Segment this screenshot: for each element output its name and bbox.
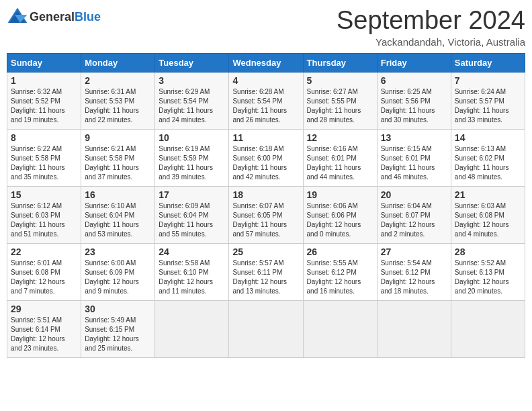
calendar-day-cell: 5Sunrise: 6:27 AMSunset: 5:55 PMDaylight… xyxy=(303,72,377,129)
calendar-day-cell xyxy=(451,300,525,357)
calendar-day-cell: 1Sunrise: 6:32 AMSunset: 5:52 PMDaylight… xyxy=(7,72,81,129)
calendar-week-row: 8Sunrise: 6:22 AMSunset: 5:58 PMDaylight… xyxy=(7,129,525,186)
calendar-week-row: 15Sunrise: 6:12 AMSunset: 6:03 PMDayligh… xyxy=(7,186,525,243)
logo-icon xyxy=(7,7,28,26)
calendar-day-cell: 12Sunrise: 6:16 AMSunset: 6:01 PMDayligh… xyxy=(303,129,377,186)
day-info: Sunrise: 6:09 AMSunset: 6:04 PMDaylight:… xyxy=(159,202,213,238)
day-number: 6 xyxy=(381,75,447,86)
day-info: Sunrise: 6:21 AMSunset: 5:58 PMDaylight:… xyxy=(85,145,139,181)
day-info: Sunrise: 6:06 AMSunset: 6:06 PMDaylight:… xyxy=(307,202,361,238)
calendar-day-cell: 30Sunrise: 5:49 AMSunset: 6:15 PMDayligh… xyxy=(81,300,155,357)
day-number: 13 xyxy=(381,132,447,143)
calendar-week-row: 29Sunrise: 5:51 AMSunset: 6:14 PMDayligh… xyxy=(7,300,525,357)
day-number: 22 xyxy=(11,246,77,257)
day-info: Sunrise: 5:52 AMSunset: 6:13 PMDaylight:… xyxy=(455,259,509,295)
day-info: Sunrise: 6:01 AMSunset: 6:08 PMDaylight:… xyxy=(11,259,65,295)
calendar-day-cell: 29Sunrise: 5:51 AMSunset: 6:14 PMDayligh… xyxy=(7,300,81,357)
day-number: 30 xyxy=(85,304,151,314)
calendar-day-cell: 21Sunrise: 6:03 AMSunset: 6:08 PMDayligh… xyxy=(451,186,525,243)
day-info: Sunrise: 5:55 AMSunset: 6:12 PMDaylight:… xyxy=(307,259,361,295)
calendar-day-cell: 26Sunrise: 5:55 AMSunset: 6:12 PMDayligh… xyxy=(303,243,377,300)
calendar-day-cell: 11Sunrise: 6:18 AMSunset: 6:00 PMDayligh… xyxy=(229,129,303,186)
day-number: 20 xyxy=(381,189,447,200)
day-info: Sunrise: 6:00 AMSunset: 6:09 PMDaylight:… xyxy=(85,259,139,295)
day-info: Sunrise: 6:18 AMSunset: 6:00 PMDaylight:… xyxy=(232,145,287,181)
day-number: 1 xyxy=(11,75,77,86)
day-of-week-header: Monday xyxy=(81,53,155,72)
day-info: Sunrise: 6:29 AMSunset: 5:54 PMDaylight:… xyxy=(159,88,213,124)
calendar-day-cell xyxy=(377,300,451,357)
calendar-day-cell: 17Sunrise: 6:09 AMSunset: 6:04 PMDayligh… xyxy=(155,186,229,243)
day-info: Sunrise: 6:28 AMSunset: 5:54 PMDaylight:… xyxy=(232,88,287,124)
day-info: Sunrise: 5:58 AMSunset: 6:10 PMDaylight:… xyxy=(159,259,213,295)
day-info: Sunrise: 6:24 AMSunset: 5:57 PMDaylight:… xyxy=(455,88,509,124)
day-number: 14 xyxy=(455,132,521,143)
calendar-day-cell: 16Sunrise: 6:10 AMSunset: 6:04 PMDayligh… xyxy=(81,186,155,243)
day-number: 10 xyxy=(159,132,225,143)
calendar-day-cell: 23Sunrise: 6:00 AMSunset: 6:09 PMDayligh… xyxy=(81,243,155,300)
calendar-day-cell: 2Sunrise: 6:31 AMSunset: 5:53 PMDaylight… xyxy=(81,72,155,129)
day-number: 12 xyxy=(307,132,373,143)
day-number: 21 xyxy=(455,189,521,200)
calendar-day-cell: 24Sunrise: 5:58 AMSunset: 6:10 PMDayligh… xyxy=(155,243,229,300)
day-info: Sunrise: 6:03 AMSunset: 6:08 PMDaylight:… xyxy=(455,202,509,238)
calendar-week-row: 22Sunrise: 6:01 AMSunset: 6:08 PMDayligh… xyxy=(7,243,525,300)
day-info: Sunrise: 5:54 AMSunset: 6:12 PMDaylight:… xyxy=(381,259,435,295)
day-of-week-header: Thursday xyxy=(303,53,377,72)
day-info: Sunrise: 6:22 AMSunset: 5:58 PMDaylight:… xyxy=(11,145,65,181)
logo-blue: Blue xyxy=(75,10,101,24)
day-info: Sunrise: 6:15 AMSunset: 6:01 PMDaylight:… xyxy=(381,145,435,181)
day-number: 23 xyxy=(85,246,151,257)
calendar-day-cell: 20Sunrise: 6:04 AMSunset: 6:07 PMDayligh… xyxy=(377,186,451,243)
calendar-day-cell xyxy=(303,300,377,357)
day-number: 24 xyxy=(159,246,225,257)
calendar-day-cell: 10Sunrise: 6:19 AMSunset: 5:59 PMDayligh… xyxy=(155,129,229,186)
calendar-day-cell: 15Sunrise: 6:12 AMSunset: 6:03 PMDayligh… xyxy=(7,186,81,243)
day-info: Sunrise: 6:19 AMSunset: 5:59 PMDaylight:… xyxy=(159,145,213,181)
day-info: Sunrise: 5:51 AMSunset: 6:14 PMDaylight:… xyxy=(11,316,65,352)
day-of-week-header: Wednesday xyxy=(229,53,303,72)
day-number: 15 xyxy=(11,189,77,200)
logo-text: GeneralBlue xyxy=(30,10,101,24)
calendar-day-cell: 8Sunrise: 6:22 AMSunset: 5:58 PMDaylight… xyxy=(7,129,81,186)
day-of-week-header: Friday xyxy=(377,53,451,72)
day-info: Sunrise: 6:10 AMSunset: 6:04 PMDaylight:… xyxy=(85,202,139,238)
calendar-header-row: SundayMondayTuesdayWednesdayThursdayFrid… xyxy=(7,53,525,72)
day-info: Sunrise: 6:13 AMSunset: 6:02 PMDaylight:… xyxy=(455,145,509,181)
day-number: 4 xyxy=(232,75,299,86)
logo: GeneralBlue xyxy=(7,7,101,27)
day-info: Sunrise: 6:27 AMSunset: 5:55 PMDaylight:… xyxy=(307,88,361,124)
day-number: 18 xyxy=(232,189,299,200)
day-info: Sunrise: 6:07 AMSunset: 6:05 PMDaylight:… xyxy=(232,202,287,238)
day-number: 3 xyxy=(159,75,225,86)
day-number: 28 xyxy=(455,246,521,257)
day-info: Sunrise: 6:04 AMSunset: 6:07 PMDaylight:… xyxy=(381,202,435,238)
calendar-table: SundayMondayTuesdayWednesdayThursdayFrid… xyxy=(7,53,525,358)
day-number: 2 xyxy=(85,75,151,86)
calendar-day-cell xyxy=(229,300,303,357)
day-number: 16 xyxy=(85,189,151,200)
calendar-day-cell xyxy=(155,300,229,357)
logo-general: General xyxy=(30,10,75,24)
day-number: 27 xyxy=(381,246,447,257)
day-number: 8 xyxy=(11,132,77,143)
day-number: 25 xyxy=(232,246,299,257)
day-of-week-header: Saturday xyxy=(451,53,525,72)
day-number: 11 xyxy=(232,132,299,143)
calendar-day-cell: 28Sunrise: 5:52 AMSunset: 6:13 PMDayligh… xyxy=(451,243,525,300)
calendar-week-row: 1Sunrise: 6:32 AMSunset: 5:52 PMDaylight… xyxy=(7,72,525,129)
calendar-day-cell: 3Sunrise: 6:29 AMSunset: 5:54 PMDaylight… xyxy=(155,72,229,129)
calendar-day-cell: 7Sunrise: 6:24 AMSunset: 5:57 PMDaylight… xyxy=(451,72,525,129)
day-of-week-header: Tuesday xyxy=(155,53,229,72)
day-info: Sunrise: 5:57 AMSunset: 6:11 PMDaylight:… xyxy=(232,259,287,295)
day-info: Sunrise: 6:25 AMSunset: 5:56 PMDaylight:… xyxy=(381,88,435,124)
day-info: Sunrise: 6:31 AMSunset: 5:53 PMDaylight:… xyxy=(85,88,139,124)
calendar-day-cell: 14Sunrise: 6:13 AMSunset: 6:02 PMDayligh… xyxy=(451,129,525,186)
day-info: Sunrise: 6:16 AMSunset: 6:01 PMDaylight:… xyxy=(307,145,361,181)
calendar-day-cell: 27Sunrise: 5:54 AMSunset: 6:12 PMDayligh… xyxy=(377,243,451,300)
day-number: 26 xyxy=(307,246,373,257)
calendar-day-cell: 9Sunrise: 6:21 AMSunset: 5:58 PMDaylight… xyxy=(81,129,155,186)
calendar-day-cell: 25Sunrise: 5:57 AMSunset: 6:11 PMDayligh… xyxy=(229,243,303,300)
calendar-day-cell: 13Sunrise: 6:15 AMSunset: 6:01 PMDayligh… xyxy=(377,129,451,186)
day-info: Sunrise: 6:32 AMSunset: 5:52 PMDaylight:… xyxy=(11,88,65,124)
